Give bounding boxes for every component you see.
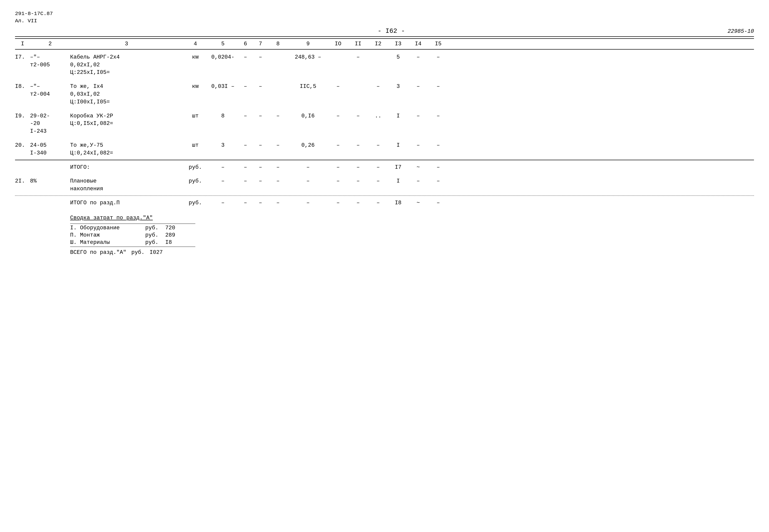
col-header-6: 6 (238, 41, 253, 47)
cell-plan-c8: – (268, 178, 288, 185)
cell-plan-c15: – (428, 178, 448, 185)
svod-label-montazh: П. Монтаж (70, 232, 145, 238)
cell-itogo2-c8: – (268, 199, 288, 207)
cell-itogo1-c12: – (368, 164, 388, 171)
cell-plan-c4: руб. (183, 178, 208, 185)
cell-row17-c7: – (253, 54, 268, 61)
svod-item-montazh: П. Монтаж руб. 289 (70, 232, 754, 238)
cell-row20-c2: 24-05I-340 (30, 142, 70, 157)
svod-item-oborudovanie: I. Оборудование руб. 720 (70, 225, 754, 231)
cell-row17-c4: км (183, 54, 208, 61)
cell-plan-c11: – (348, 178, 368, 185)
page-title: - I62 - (55, 27, 727, 35)
document-reference: 291-8-17С.87 Ал. VII (15, 10, 754, 25)
cell-row17-c1: I7. (15, 54, 30, 61)
cell-row19-c5: 8 (208, 112, 238, 120)
cell-row20-c12: – (368, 142, 388, 149)
svod-val-materialy: I8 (165, 239, 190, 246)
cell-itogo2-c12: – (368, 199, 388, 207)
svod-section: Сводка затрат по разд."А" I. Оборудовани… (70, 215, 754, 256)
cell-row18-c12: – (368, 83, 388, 91)
svod-unit-materialy: руб. (145, 239, 165, 246)
svod-unit-montazh: руб. (145, 232, 165, 238)
cell-itogo1-c14: ~ (408, 164, 428, 171)
col-header-3: 3 (70, 41, 183, 47)
cell-row17-c5: 0,0204- (208, 54, 238, 61)
cell-row20-c15: – (428, 142, 448, 149)
cell-row17-c3: Кабель АНРГ-2х40,02хI,02Ц:225хI,I05= (70, 54, 183, 77)
cell-itogo2-c10: – (328, 199, 348, 207)
cell-itogo1-c7: – (253, 164, 268, 171)
cell-plan-c7: – (253, 178, 268, 185)
cell-plan-c2: 8% (30, 178, 70, 185)
cell-itogo1-c13: I7 (388, 164, 408, 171)
col-header-14: I4 (408, 41, 428, 47)
vsego-value: I027 (149, 249, 163, 256)
svod-unit-oborudovanie: руб. (145, 225, 165, 231)
itogo-row: ИТОГО: руб. – – – – – – – – I7 ~ – (15, 160, 754, 174)
cell-plan-c6: – (238, 178, 253, 185)
cell-itogo2-c15: – (428, 199, 448, 207)
svod-val-oborudovanie: 720 (165, 225, 190, 231)
cell-row19-c6: – (238, 112, 253, 120)
col-header-7: 7 (253, 41, 268, 47)
col-header-2: 2 (30, 41, 70, 47)
cell-itogo2-c5: – (208, 199, 238, 207)
cell-itogo1-c4: руб. (183, 164, 208, 171)
col-header-4: 4 (183, 41, 208, 47)
table-row: 20. 24-05I-340 То же,У-75Ц:0,24хI,082= ш… (15, 138, 754, 160)
cell-plan-c5: – (208, 178, 238, 185)
cell-row18-c9: IIС,5 (288, 83, 328, 91)
table-row: I7. –"–т2-005 Кабель АНРГ-2х40,02хI,02Ц:… (15, 50, 754, 79)
table-row: I9. 29-02--20I-243 Коробка УК-2РЦ:0,I5хI… (15, 109, 754, 138)
header-divider-top (15, 36, 754, 37)
cell-itogo1-c3: ИТОГО: (70, 164, 183, 171)
cell-row18-c14: – (408, 83, 428, 91)
planovye-row: 2I. 8% Плановыенакопления руб. – – – – –… (15, 174, 754, 196)
col-header-13: I3 (388, 41, 408, 47)
cell-row18-c6: – (238, 83, 253, 91)
cell-row19-c1: I9. (15, 112, 30, 120)
table-row: I8. –"–т2-004 То же, Iх40,03хI,02Ц:I00хI… (15, 79, 754, 109)
cell-plan-c3: Плановыенакопления (70, 178, 183, 193)
col-header-12: I2 (368, 41, 388, 47)
cell-row18-c3: То же, Iх40,03хI,02Ц:I00хI,I05= (70, 83, 183, 106)
col-header-5: 5 (208, 41, 238, 47)
cell-itogo1-c8: – (268, 164, 288, 171)
column-headers: I 2 3 4 5 6 7 8 9 IO II I2 I3 I4 I5 (15, 38, 754, 50)
cell-plan-c13: I (388, 178, 408, 185)
cell-itogo2-c14: ~ (408, 199, 428, 207)
cell-row20-c7: – (253, 142, 268, 149)
cell-row20-c11: – (348, 142, 368, 149)
cell-row20-c13: I (388, 142, 408, 149)
col-header-1: I (15, 41, 30, 47)
cell-itogo1-c10: – (328, 164, 348, 171)
cell-itogo2-c6: – (238, 199, 253, 207)
cell-row19-c10: – (328, 112, 348, 120)
cell-itogo2-c4: руб. (183, 199, 208, 207)
cell-itogo1-c6: – (238, 164, 253, 171)
cell-plan-c9: – (288, 178, 328, 185)
cell-row18-c15: – (428, 83, 448, 91)
svod-label-oborudovanie: I. Оборудование (70, 225, 145, 231)
cell-row18-c13: 3 (388, 83, 408, 91)
itogo-razd-row: ИТОГО по разд.П руб. – – – – – – – – I8 … (15, 196, 754, 210)
cell-row20-c3: То же,У-75Ц:0,24хI,082= (70, 142, 183, 157)
cell-itogo2-c13: I8 (388, 199, 408, 207)
vsego-label: ВСЕГО по разд."А" (70, 249, 126, 256)
cell-itogo2-c11: – (348, 199, 368, 207)
cell-row17-c14: – (408, 54, 428, 61)
cell-row18-c4: км (183, 83, 208, 91)
cell-row19-c7: – (253, 112, 268, 120)
cell-itogo2-c7: – (253, 199, 268, 207)
cell-row17-c6: – (238, 54, 253, 61)
cell-row20-c6: – (238, 142, 253, 149)
cell-row18-c1: I8. (15, 83, 30, 91)
cell-row19-c12: .. (368, 112, 388, 120)
cell-row20-c9: 0,26 (288, 142, 328, 149)
vsego-unit: руб. (131, 249, 144, 256)
cell-row19-c2: 29-02--20I-243 (30, 112, 70, 135)
cell-row20-c4: шт (183, 142, 208, 149)
cell-itogo1-c9: – (288, 164, 328, 171)
cell-row18-c2: –"–т2-004 (30, 83, 70, 98)
